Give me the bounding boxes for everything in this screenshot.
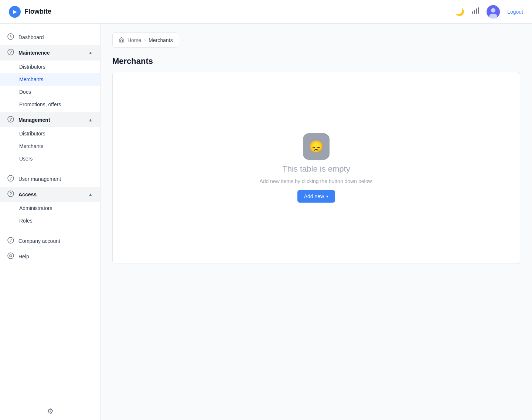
management-chevron: ▲ <box>88 117 93 123</box>
logout-button[interactable]: Logout <box>507 9 523 15</box>
access-sub-items: Administrators Roles <box>0 202 100 227</box>
header-left: Flowbite <box>9 6 51 18</box>
main-content: Home › Merchants Merchants 😞 This table … <box>100 24 532 420</box>
svg-text:?: ? <box>10 192 12 196</box>
sidebar-section-maintenance[interactable]: ? Maintenence ▲ <box>0 45 100 61</box>
sidebar: Dashboard ? Maintenence ▲ Distri <box>0 24 100 420</box>
add-new-dropdown-icon: ▾ <box>326 194 328 199</box>
app-header: Flowbite 🌙 Logout <box>0 0 532 24</box>
svg-point-19 <box>10 255 12 257</box>
layout: Dashboard ? Maintenence ▲ Distri <box>0 24 532 420</box>
empty-state-title: This table is empty <box>282 164 350 174</box>
sidebar-item-dashboard[interactable]: Dashboard <box>0 30 100 45</box>
logo-icon <box>9 6 21 18</box>
maintenance-chevron: ▲ <box>88 50 93 55</box>
sidebar-bottom: ⚙ <box>0 402 100 420</box>
breadcrumb-home-label[interactable]: Home <box>127 37 141 43</box>
access-chevron: ▲ <box>88 192 93 197</box>
add-new-button[interactable]: Add new ▾ <box>297 190 335 203</box>
access-label: Access <box>18 192 37 197</box>
app-name: Flowbite <box>24 8 51 16</box>
empty-state: 😞 This table is empty Add new items by c… <box>259 133 373 203</box>
sidebar-section-access[interactable]: ? Access ▲ <box>0 187 100 202</box>
sidebar-item-help[interactable]: Help <box>0 249 100 264</box>
svg-text:?: ? <box>10 176 12 180</box>
signal-icon <box>472 7 479 16</box>
header-right: 🌙 Logout <box>455 5 523 18</box>
empty-state-icon: 😞 <box>303 133 330 160</box>
sidebar-item-company-account[interactable]: ? Company account <box>0 233 100 249</box>
company-account-label: Company account <box>18 238 60 244</box>
svg-point-18 <box>8 253 14 259</box>
page-title: Merchants <box>112 56 520 66</box>
sidebar-item-docs-maintenance[interactable]: Docs <box>0 86 100 98</box>
help-icon <box>7 252 14 261</box>
sidebar-content: Dashboard ? Maintenence ▲ Distri <box>0 24 100 402</box>
company-account-icon: ? <box>7 237 14 245</box>
sidebar-item-distributors-management[interactable]: Distributors <box>0 127 100 140</box>
sidebar-item-distributors-maintenance[interactable]: Distributors <box>0 61 100 73</box>
sidebar-item-merchants-maintenance[interactable]: Merchants <box>0 73 100 86</box>
svg-rect-20 <box>121 40 123 42</box>
sidebar-item-roles[interactable]: Roles <box>0 214 100 227</box>
breadcrumb-current: Merchants <box>149 37 173 43</box>
settings-icon[interactable]: ⚙ <box>47 407 54 416</box>
sidebar-item-user-management[interactable]: ? User management <box>0 171 100 187</box>
sidebar-divider-2 <box>0 230 100 230</box>
sidebar-item-merchants-management[interactable]: Merchants <box>0 140 100 152</box>
breadcrumb-separator: › <box>144 38 146 43</box>
maintenance-label: Maintenence <box>18 50 50 56</box>
management-label: Management <box>18 117 50 123</box>
breadcrumb-home-icon <box>119 37 125 44</box>
dashboard-label: Dashboard <box>18 34 44 40</box>
sidebar-item-users-management[interactable]: Users <box>0 152 100 165</box>
sidebar-item-administrators[interactable]: Administrators <box>0 202 100 214</box>
sidebar-section-management[interactable]: ? Management ▲ <box>0 112 100 127</box>
help-label: Help <box>18 254 29 259</box>
svg-point-5 <box>491 8 495 13</box>
management-icon: ? <box>7 116 14 124</box>
sidebar-item-promotions-maintenance[interactable]: Promotions, offers <box>0 98 100 111</box>
user-management-icon: ? <box>7 175 14 183</box>
svg-text:?: ? <box>10 238 12 242</box>
svg-text:?: ? <box>10 117 12 121</box>
content-card: 😞 This table is empty Add new items by c… <box>112 72 520 264</box>
svg-rect-2 <box>476 8 477 14</box>
management-sub-items: Distributors Merchants Users <box>0 127 100 165</box>
svg-rect-0 <box>472 11 473 14</box>
access-icon: ? <box>7 190 14 198</box>
maintenance-sub-items: Distributors Merchants Docs Promotions, … <box>0 61 100 111</box>
user-management-label: User management <box>18 176 61 182</box>
svg-rect-1 <box>474 10 475 14</box>
dashboard-icon <box>7 33 14 41</box>
avatar[interactable] <box>487 5 500 18</box>
moon-icon[interactable]: 🌙 <box>455 7 464 16</box>
svg-text:?: ? <box>10 50 12 54</box>
sidebar-divider-1 <box>0 168 100 168</box>
breadcrumb: Home › Merchants <box>112 32 179 48</box>
maintenance-icon: ? <box>7 49 14 57</box>
add-new-label: Add new <box>304 193 324 199</box>
svg-rect-3 <box>478 7 479 14</box>
empty-state-subtitle: Add new items by clicking the button dow… <box>259 178 373 184</box>
